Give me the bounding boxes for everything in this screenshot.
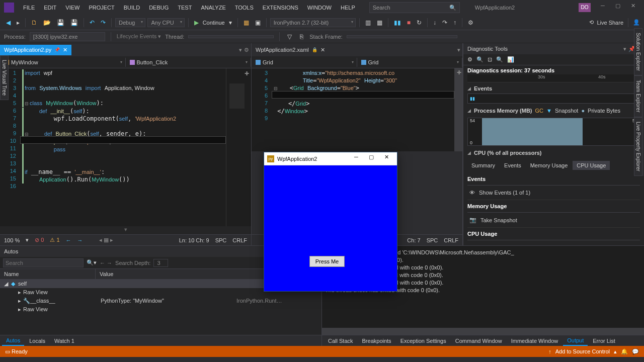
zoom-fit-icon[interactable]: ⊡ [488,56,492,63]
maximize-button[interactable]: ▢ [611,3,625,13]
notifications-icon[interactable]: 🔔 [621,348,628,355]
sidebar-solution-explorer[interactable]: Solution Explorer [634,28,642,75]
take-snapshot-item[interactable]: 📷Take Snapshot [467,213,640,228]
dropdown-icon[interactable]: ▾ [623,46,626,52]
platform-dropdown[interactable]: Any CPU [147,18,184,27]
menu-file[interactable]: FILE [19,3,39,13]
tab-output[interactable]: Output [563,336,588,346]
tab-memory[interactable]: Memory Usage [526,161,572,170]
table-row[interactable]: ▸🔧 __class__PythonType: "MyWindow"IronPy… [0,297,321,305]
tab-breakpoints[interactable]: Breakpoints [358,336,395,345]
col-name[interactable]: Name [0,269,96,279]
collapse-icon[interactable]: ◢ [467,86,471,91]
h-scroll-collapse-icon[interactable]: ▾ [0,226,251,234]
menu-extensions[interactable]: EXTENSIONS [259,3,302,13]
tab-exceptions[interactable]: Exception Settings [396,336,450,345]
open-icon[interactable]: 📂 [41,18,53,27]
restart-icon[interactable]: ↻ [415,18,424,27]
eol-mode[interactable]: CRLF [232,237,247,243]
h-scrollbar[interactable] [322,328,644,335]
browser-icon[interactable]: ▣ [253,18,263,27]
search-icon[interactable]: 🔍▾ [87,259,97,266]
step-over-icon[interactable]: ↷ [440,18,449,27]
undo-icon[interactable]: ↶ [88,18,97,27]
menu-test[interactable]: TEST [174,3,196,13]
settings-icon[interactable]: ⚙ [467,56,472,63]
new-project-icon[interactable]: 🗋 [29,18,39,27]
next-issue-icon[interactable]: → [77,237,83,243]
menu-view[interactable]: VIEW [61,3,84,13]
xaml-nav-left[interactable]: Grid [252,58,357,67]
press-me-button[interactable]: Press Me [309,256,345,267]
tab-callstack[interactable]: Call Stack [324,336,357,345]
db-icon[interactable]: ▦ [242,18,251,27]
tab-events[interactable]: Events [500,161,525,170]
menu-window[interactable]: WINDOW [303,3,336,13]
xaml-editor[interactable]: 3456789 xmlns:x="http://schemas.microsof… [252,68,462,151]
eol-mode[interactable]: CRLF [444,237,458,243]
tab-py-file[interactable]: WpfApplication2.py 📌 ✕ [0,45,71,55]
menu-debug[interactable]: DEBUG [145,3,173,13]
code-content[interactable]: import wpf from System.Windows import Ap… [20,68,226,226]
menu-analyze[interactable]: ANALYZE [197,3,229,13]
table-row[interactable]: ▸Raw View [0,305,321,314]
tab-gear-icon[interactable]: ⚙ [244,47,249,53]
tab-watch[interactable]: Watch 1 [50,336,78,345]
sidebar-live-property[interactable]: Live Property Explorer [634,117,642,176]
pin-icon[interactable]: 📌 [54,47,60,52]
zoom-dropdown[interactable]: 100 % [4,237,20,243]
zoom-out-icon[interactable]: 🔍 [496,56,503,63]
sidebar-live-visual-tree[interactable]: Live Visual Tree [0,55,9,100]
error-count[interactable]: ⊘ 0 [35,237,44,243]
layout2-icon[interactable]: ▦ [375,18,384,27]
depth-dropdown[interactable]: 3 [153,259,168,267]
nav-back-icon[interactable]: ◀ [4,18,13,27]
timeline-ruler[interactable]: 30s 40s [467,74,640,82]
zoom-in-icon[interactable]: 🔍 [476,56,484,63]
tab-command[interactable]: Command Window [451,336,506,345]
source-control-button[interactable]: Add to Source Control [555,348,610,354]
save-all-icon[interactable]: 💾 [68,18,80,27]
sidebar-team-explorer[interactable]: Team Explorer [634,75,642,117]
chevron-up-icon[interactable]: ▴ [614,348,617,355]
autos-search-input[interactable] [3,258,84,267]
config-dropdown[interactable]: Debug [115,18,145,27]
continue-icon[interactable]: ▶ [192,18,201,27]
indent-mode[interactable]: SPC [215,237,227,243]
tab-errorlist[interactable]: Error List [589,336,619,345]
menu-help[interactable]: HELP [337,3,359,13]
continue-button[interactable]: Continue [203,20,225,26]
popup-minimize-button[interactable]: ─ [349,154,364,164]
filter-icon[interactable]: ▽ [285,32,294,41]
stop-icon[interactable]: ■ [405,18,413,27]
xaml-content[interactable]: xmlns:x="http://schemas.microsoft.co Tit… [272,68,454,151]
code-editor[interactable]: 12345678910111213141516 import wpf from … [0,68,251,226]
close-button[interactable]: ✕ [626,3,640,13]
python-env-dropdown[interactable]: IronPython 2.7 (32-bit) [270,18,356,27]
live-share-button[interactable]: Live Share [597,20,623,26]
continue-chevron-icon[interactable]: ▾ [227,18,234,27]
chart-icon[interactable]: 📊 [507,56,514,63]
feedback-icon[interactable]: 👤 [633,19,640,26]
minimize-button[interactable]: ─ [596,3,610,13]
popup-maximize-button[interactable]: ▢ [364,154,379,164]
menu-tools[interactable]: TOOLS [231,3,258,13]
nav-fwd-icon[interactable]: ▸ [15,18,22,27]
member-nav-dropdown[interactable]: Button_Click [126,58,252,67]
memory-chart[interactable]: 54 0 54 0 [467,118,640,146]
redo-icon[interactable]: ↷ [99,18,108,27]
tab-dropdown-icon[interactable]: ▾ [239,47,242,53]
step-into-icon[interactable]: ↓ [431,18,438,27]
popup-titlebar[interactable]: py WpfApplication2 ─ ▢ ✕ [264,152,397,165]
thread-icon[interactable]: ⎘ [298,32,305,41]
tools-icon[interactable]: ⚙ [466,18,475,27]
menu-build[interactable]: BUILD [120,3,144,13]
events-track[interactable]: ▮▮ [467,94,640,104]
lifecycle-dropdown[interactable]: Lifecycle Events ▾ [117,33,162,40]
xaml-nav-right[interactable]: Grid [357,58,463,67]
thread-dropdown[interactable] [188,35,274,38]
tab-summary[interactable]: Summary [467,161,499,170]
step-out-icon[interactable]: ↑ [451,18,458,27]
process-dropdown[interactable]: [3300] ipyw32.exe [30,32,105,41]
close-icon[interactable]: ✕ [320,47,325,53]
